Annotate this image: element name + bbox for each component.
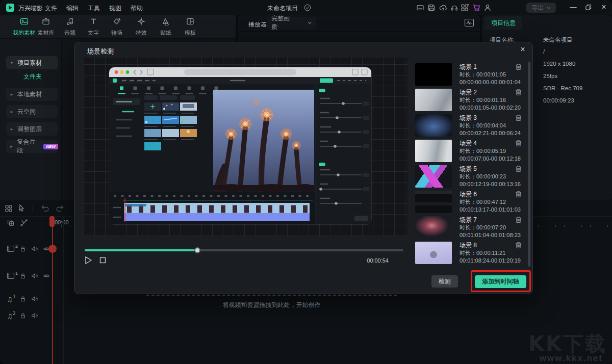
lock-icon[interactable]	[19, 295, 27, 302]
trash-icon[interactable]	[515, 191, 522, 198]
restore-button[interactable]	[585, 4, 592, 10]
export-label: 导出	[532, 4, 544, 12]
lock-icon[interactable]	[19, 245, 27, 252]
preview-progress-fill	[85, 249, 197, 251]
scene-thumbnail[interactable]	[415, 89, 452, 111]
trash-icon[interactable]	[515, 216, 522, 223]
scene-item[interactable]: 场景 4 时长：00:00:05:19 00:00:07:00-00:00:12…	[414, 138, 526, 164]
dialog-close-button[interactable]: ×	[518, 44, 528, 55]
select-cursor-icon[interactable]	[17, 204, 26, 213]
speaker-icon[interactable]	[31, 295, 38, 302]
scene-duration-value: 00:00:05:19	[476, 148, 506, 154]
scene-duration: 时长：00:00:01:16	[460, 96, 506, 104]
video-frame-illustration	[109, 67, 372, 225]
playhead-pin[interactable]	[49, 216, 55, 227]
scene-duration-label: 时长：	[460, 148, 476, 154]
trash-icon[interactable]	[515, 165, 522, 172]
dropzone-hint[interactable]: 将视频和资源拖拽到此处，开始创作	[146, 301, 397, 309]
scene-thumbnail[interactable]	[415, 242, 452, 264]
lock-icon[interactable]	[19, 312, 27, 319]
scene-item[interactable]: 场景 5 时长：00:00:00:23 00:00:12:19-00:00:13…	[414, 164, 526, 189]
detect-button[interactable]: 检测	[431, 275, 458, 288]
speaker-icon[interactable]	[31, 245, 38, 252]
preview-seek-slider[interactable]	[85, 249, 403, 251]
sidebar-item-compound-clip[interactable]: ▸ 复合片段 NEW	[6, 140, 58, 153]
magnetic-snap-icon[interactable]	[20, 219, 28, 227]
tab-project-info[interactable]: 项目信息	[484, 16, 522, 30]
scene-item[interactable]: 场景 6 时长：00:00:47:12 00:00:13:17-00:01:01…	[414, 189, 526, 215]
menu-view[interactable]: 视图	[109, 4, 121, 13]
waveform-monitor-icon[interactable]	[464, 18, 474, 27]
scene-thumbnail[interactable]	[415, 216, 452, 239]
scene-thumbnail[interactable]	[415, 63, 452, 86]
scene-duration: 时长：00:00:11:21	[460, 249, 505, 257]
trash-icon[interactable]	[515, 114, 522, 121]
scene-item[interactable]: 场景 1 时长：00:00:01:05 00:00:00:00-00:00:01…	[414, 62, 526, 87]
export-button[interactable]: 导出	[526, 3, 556, 13]
app-window: 万兴喵影 文件 编辑 工具 视图 帮助 未命名项目	[0, 0, 612, 364]
cloud-upload-icon[interactable]	[439, 4, 447, 12]
redo-icon[interactable]	[56, 204, 64, 212]
caret-right-icon: ▸	[6, 109, 17, 114]
scene-preview-area	[84, 58, 407, 236]
close-window-button[interactable]: ×	[600, 3, 608, 12]
speaker-icon[interactable]	[31, 272, 38, 279]
scene-duration-label: 时长：	[460, 199, 476, 205]
sticker-icon	[162, 17, 170, 26]
scene-duration: 时长：00:00:47:12	[460, 198, 506, 206]
sidebar-item-folder[interactable]: 文件夹	[23, 72, 42, 81]
scene-thumbnail[interactable]	[415, 191, 452, 213]
menu-help[interactable]: 帮助	[131, 4, 143, 13]
user-icon[interactable]	[483, 4, 492, 12]
quality-dropdown[interactable]: 完整画质	[267, 17, 316, 29]
scene-duration-value: 00:00:00:23	[476, 173, 506, 179]
scene-item[interactable]: 场景 8 时长：00:00:11:21 00:01:08:24-00:01:20…	[414, 240, 526, 266]
scene-duration-label: 时长：	[460, 71, 476, 77]
scene-thumbnail[interactable]	[415, 114, 452, 137]
undo-icon[interactable]	[41, 204, 49, 212]
cart-icon[interactable]	[472, 4, 481, 12]
scene-thumbnail[interactable]	[415, 140, 452, 162]
sidebar-item-adjustment-layer[interactable]: ▸ 调整图层	[6, 122, 58, 136]
headset-icon[interactable]	[450, 4, 458, 12]
scene-list-scrollbar[interactable]	[528, 62, 530, 267]
scene-title: 场景 2	[460, 88, 477, 97]
scene-title: 场景 7	[460, 216, 477, 224]
eye-icon[interactable]	[43, 272, 50, 279]
scene-range: 00:01:08:24-00:01:20:19	[460, 257, 521, 264]
scene-thumbnail[interactable]	[415, 165, 452, 188]
tab-templates[interactable]: 模板	[176, 17, 205, 38]
media-sidebar: ▾ 项目素材 文件夹 ▸ 本地素材 ▸ 云空间 ▸ 调整图层 ▸ 复合片段 NE…	[0, 39, 61, 200]
trash-icon[interactable]	[515, 140, 522, 147]
scene-duration-value: 00:00:47:12	[476, 199, 506, 205]
sidebar-item-cloud-space[interactable]: ▸ 云空间	[6, 105, 58, 118]
preview-progress-handle[interactable]	[194, 247, 200, 253]
sidebar-item-local-media[interactable]: ▸ 本地素材	[6, 88, 58, 101]
duplicate-clip-icon[interactable]	[7, 219, 15, 227]
save-icon[interactable]	[427, 4, 436, 12]
device-icon[interactable]	[416, 4, 424, 12]
sidebar-item-project-material[interactable]: ▾ 项目素材	[6, 56, 58, 69]
playhead-line[interactable]	[52, 216, 53, 364]
sidebar-item-label: 本地素材	[17, 90, 42, 99]
menu-edit[interactable]: 编辑	[66, 4, 79, 13]
minimize-button[interactable]: —	[569, 3, 577, 11]
toolbar-divider	[33, 205, 33, 212]
play-button[interactable]	[85, 256, 92, 265]
stop-button[interactable]	[99, 257, 106, 264]
speaker-icon[interactable]	[31, 312, 38, 319]
trash-icon[interactable]	[515, 242, 522, 249]
track-manager-icon[interactable]	[5, 204, 13, 213]
trash-icon[interactable]	[515, 63, 522, 70]
lock-icon[interactable]	[19, 272, 27, 279]
apps-grid-icon[interactable]	[461, 4, 469, 12]
scene-item[interactable]: 场景 2 时长：00:00:01:16 00:00:01:05-00:00:02…	[414, 87, 526, 113]
playhead-marker[interactable]	[48, 245, 57, 253]
scene-duration-label: 时长：	[460, 173, 476, 179]
scene-item[interactable]: 场景 3 时长：00:00:04:04 00:00:02:21-00:00:06…	[414, 113, 526, 138]
scene-item[interactable]: 场景 7 时长：00:00:07:20 00:01:01:04-00:01:08…	[414, 215, 526, 240]
menu-tools[interactable]: 工具	[88, 4, 100, 13]
trash-icon[interactable]	[515, 89, 522, 96]
annotation-box	[471, 270, 531, 292]
menu-file[interactable]: 文件	[45, 4, 57, 13]
